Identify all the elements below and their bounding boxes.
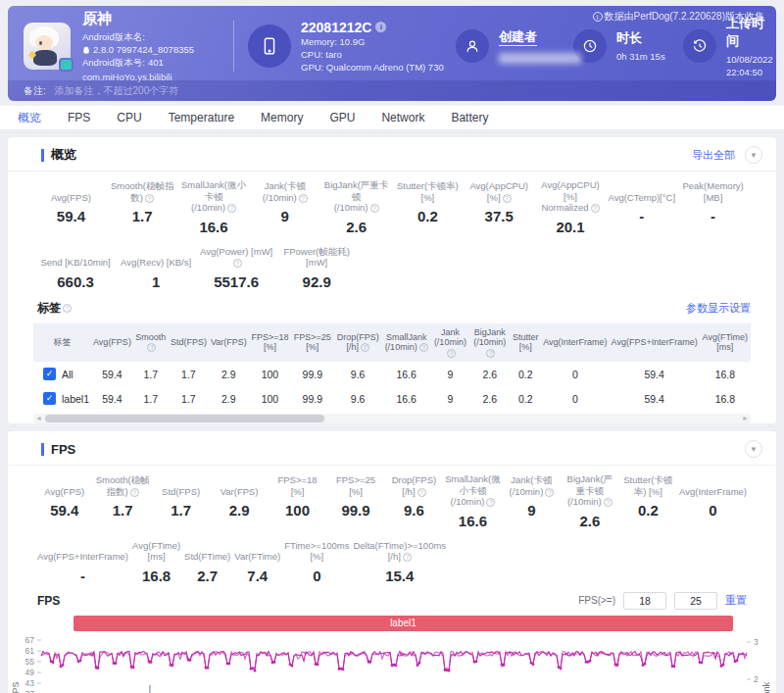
fps-threshold-input-1[interactable] bbox=[623, 592, 666, 610]
column-header: 标签 bbox=[33, 323, 91, 363]
row-label: All bbox=[62, 369, 74, 380]
row-checkbox[interactable]: ✓ bbox=[43, 392, 56, 405]
svg-text:67: 67 bbox=[25, 635, 35, 645]
horizontal-scrollbar[interactable]: ◄ ► bbox=[33, 414, 751, 423]
overview-title: 概览 bbox=[51, 146, 76, 164]
stat-value: 1.7 bbox=[109, 208, 176, 224]
stat-value: 9 bbox=[505, 502, 559, 519]
collapse-fps-button[interactable]: ▼ bbox=[745, 440, 762, 458]
person-icon bbox=[464, 37, 481, 55]
tab-Memory[interactable]: Memory bbox=[261, 111, 303, 124]
svg-text:55: 55 bbox=[25, 657, 35, 667]
stat: Avg(AppCPU) [%]Normalized?20.1 bbox=[535, 179, 607, 235]
tab-CPU[interactable]: CPU bbox=[117, 111, 141, 124]
stat-value: 37.5 bbox=[466, 208, 533, 224]
help-icon[interactable]: ? bbox=[417, 488, 426, 497]
column-header: SmallJank (/10min)? bbox=[382, 323, 431, 363]
stat: Avg(AppCPU) [%]?37.5 bbox=[464, 179, 535, 235]
help-icon[interactable]: ? bbox=[447, 349, 456, 358]
stat: Std(FTime)2.7 bbox=[182, 539, 232, 584]
help-icon[interactable]: ? bbox=[486, 349, 495, 358]
tab-GPU[interactable]: GPU bbox=[329, 111, 355, 124]
device-gpu: GPU: Qualcomm Adreno (TM) 730 bbox=[301, 61, 444, 74]
svg-text:61: 61 bbox=[25, 646, 35, 656]
scroll-left-icon[interactable]: ◄ bbox=[35, 414, 42, 423]
help-icon[interactable]: ? bbox=[233, 259, 242, 268]
export-all-link[interactable]: 导出全部 bbox=[692, 148, 735, 163]
column-header: BigJank (/10min)? bbox=[469, 323, 510, 363]
help-icon[interactable]: ? bbox=[604, 498, 612, 507]
collapse-overview-button[interactable]: ▼ bbox=[745, 146, 762, 164]
cell-value: 1.7 bbox=[133, 386, 169, 411]
column-header: Var(FPS) bbox=[209, 323, 249, 363]
stat-value: 92.9 bbox=[278, 273, 355, 290]
column-header: FPS>=18 [%] bbox=[249, 323, 291, 363]
device-info-icon[interactable]: i bbox=[375, 22, 386, 32]
fps-line-chart[interactable]: 67615549433731251812321FPSJank bbox=[8, 632, 776, 693]
stat-value: 2.6 bbox=[322, 219, 390, 235]
remark-placeholder: 添加备注，不超过200个字符 bbox=[55, 85, 179, 96]
cell-value: 16.6 bbox=[382, 362, 431, 386]
scroll-right-icon[interactable]: ► bbox=[742, 414, 749, 423]
stat: Peak(Memory) [MB]- bbox=[677, 179, 749, 235]
stat: Stutter(卡顿率) [%]0.2 bbox=[619, 473, 677, 529]
row-label: label1 bbox=[62, 393, 89, 405]
history-clock-icon bbox=[691, 37, 709, 55]
header-divider bbox=[233, 21, 234, 72]
cell-value: 9 bbox=[430, 362, 469, 386]
stat-value: 9.6 bbox=[387, 502, 441, 519]
help-icon[interactable]: ? bbox=[486, 498, 495, 507]
cell-value: 9.6 bbox=[334, 362, 382, 386]
scrollbar-thumb[interactable] bbox=[45, 415, 324, 422]
help-icon[interactable]: ? bbox=[145, 194, 154, 203]
tab-Battery[interactable]: Battery bbox=[451, 111, 488, 124]
cell-value: 16.6 bbox=[382, 386, 431, 411]
stat: Avg(CTemp)[°C]- bbox=[606, 179, 677, 235]
android-version-code: 401 bbox=[148, 56, 164, 69]
help-icon[interactable]: ? bbox=[370, 204, 379, 213]
help-icon[interactable]: ? bbox=[147, 343, 156, 352]
stat-value: 15.4 bbox=[353, 568, 446, 584]
stat-value: 1.7 bbox=[95, 502, 149, 519]
row-checkbox[interactable]: ✓ bbox=[43, 368, 56, 380]
table-row: ✓label159.41.71.72.910099.99.616.692.60.… bbox=[33, 386, 751, 411]
fps-threshold-input-2[interactable] bbox=[674, 592, 717, 610]
threshold-apply-link[interactable]: 重置 bbox=[725, 593, 747, 608]
cell-value: 99.9 bbox=[291, 386, 333, 411]
tab-FPS[interactable]: FPS bbox=[68, 111, 90, 124]
cell-value: 100 bbox=[249, 386, 291, 411]
help-icon[interactable]: ? bbox=[227, 204, 236, 213]
stat-value: 7.4 bbox=[234, 568, 280, 584]
bilibili-badge-icon bbox=[59, 58, 74, 72]
help-icon[interactable]: ? bbox=[63, 304, 72, 313]
help-icon[interactable]: ? bbox=[130, 488, 139, 497]
tab-Network[interactable]: Network bbox=[381, 111, 424, 124]
stat-value: 0.2 bbox=[394, 208, 462, 224]
stat-value: 59.4 bbox=[37, 502, 91, 519]
help-icon[interactable]: ? bbox=[591, 204, 600, 213]
stat-value: 16.8 bbox=[132, 568, 180, 584]
help-icon[interactable]: ? bbox=[403, 553, 412, 562]
duration-label: 时长 bbox=[616, 29, 665, 47]
help-icon[interactable]: ? bbox=[503, 194, 512, 203]
tab-概览[interactable]: 概览 bbox=[18, 110, 41, 126]
creator-block: 创建者 bbox=[456, 28, 573, 64]
cell-value: 2.6 bbox=[469, 386, 510, 411]
app-title: 原神 bbox=[82, 10, 229, 28]
column-header: Avg(FTime) [ms] bbox=[700, 323, 751, 363]
clock-icon bbox=[581, 37, 599, 55]
remark-field[interactable]: 备注: 添加备注，不超过200个字符 bbox=[8, 80, 776, 101]
help-icon[interactable]: ? bbox=[419, 343, 428, 352]
stat-value: 0.2 bbox=[621, 502, 675, 519]
help-icon[interactable]: ? bbox=[299, 194, 308, 203]
help-icon[interactable]: ? bbox=[361, 343, 369, 352]
title-accent-bar bbox=[41, 443, 44, 456]
column-header: Std(FPS) bbox=[169, 323, 209, 363]
stat: Var(FTime)7.4 bbox=[232, 539, 282, 584]
stat-value: 99.9 bbox=[328, 502, 382, 519]
help-icon[interactable]: ? bbox=[545, 488, 554, 497]
stat-value: 0 bbox=[284, 568, 349, 584]
stat-value: - bbox=[679, 208, 747, 224]
param-display-settings-link[interactable]: 参数显示设置 bbox=[686, 301, 751, 316]
tab-Temperature[interactable]: Temperature bbox=[169, 111, 234, 124]
